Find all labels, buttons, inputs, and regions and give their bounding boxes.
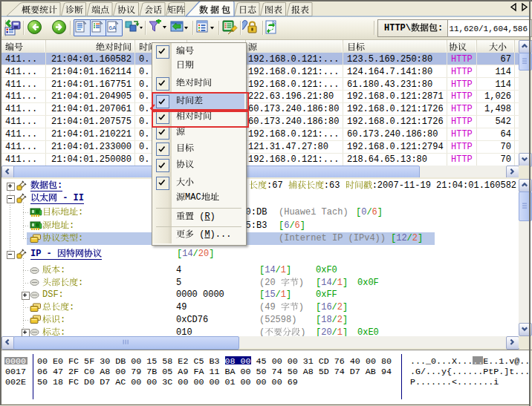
svg-text:6A: 6A — [109, 24, 117, 31]
